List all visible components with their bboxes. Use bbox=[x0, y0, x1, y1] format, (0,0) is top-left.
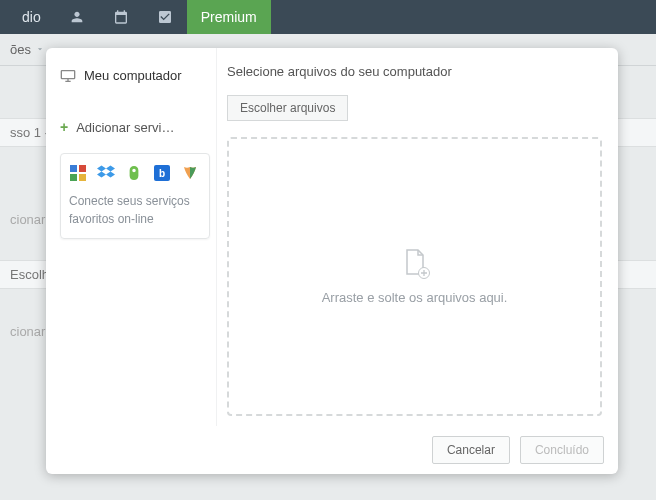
services-card-text: Conecte seus serviços favoritos on-line bbox=[69, 192, 201, 228]
done-button: Concluído bbox=[520, 436, 604, 464]
modal-main: Selecione arquivos do seu computador Esc… bbox=[216, 48, 618, 426]
svg-rect-2 bbox=[79, 165, 86, 172]
svg-text:b: b bbox=[159, 168, 165, 179]
modal-footer: Cancelar Concluído bbox=[46, 426, 618, 474]
evernote-icon[interactable] bbox=[125, 164, 143, 182]
svg-rect-4 bbox=[79, 174, 86, 181]
modal-body: Meu computador + Adicionar servi… bbox=[46, 48, 618, 426]
service-icons-row: b bbox=[69, 164, 201, 182]
svg-rect-3 bbox=[70, 174, 77, 181]
box-icon[interactable]: b bbox=[153, 164, 171, 182]
dropzone[interactable]: Arraste e solte os arquivos aqui. bbox=[227, 137, 602, 416]
sidebar-item-computer[interactable]: Meu computador bbox=[60, 64, 208, 87]
dropbox-icon[interactable] bbox=[97, 164, 115, 182]
file-picker-modal: Meu computador + Adicionar servi… bbox=[46, 48, 618, 474]
services-card: b Conecte seus serviços favoritos on-lin… bbox=[60, 153, 210, 239]
plus-icon: + bbox=[60, 119, 68, 135]
modal-overlay: Meu computador + Adicionar servi… bbox=[0, 0, 656, 500]
dropzone-text: Arraste e solte os arquivos aqui. bbox=[322, 290, 508, 305]
svg-rect-0 bbox=[61, 70, 74, 78]
sharefile-icon[interactable] bbox=[181, 164, 199, 182]
file-add-icon bbox=[403, 248, 427, 276]
main-title: Selecione arquivos do seu computador bbox=[227, 64, 602, 79]
monitor-icon bbox=[60, 69, 76, 83]
svg-rect-1 bbox=[70, 165, 77, 172]
sidebar-item-label: Meu computador bbox=[84, 68, 182, 83]
modal-sidebar: Meu computador + Adicionar servi… bbox=[46, 48, 216, 426]
choose-files-button[interactable]: Escolher arquivos bbox=[227, 95, 348, 121]
google-icon[interactable] bbox=[69, 164, 87, 182]
sidebar-item-label: Adicionar servi… bbox=[76, 120, 174, 135]
sidebar-item-add-service[interactable]: + Adicionar servi… bbox=[60, 115, 208, 139]
cancel-button[interactable]: Cancelar bbox=[432, 436, 510, 464]
